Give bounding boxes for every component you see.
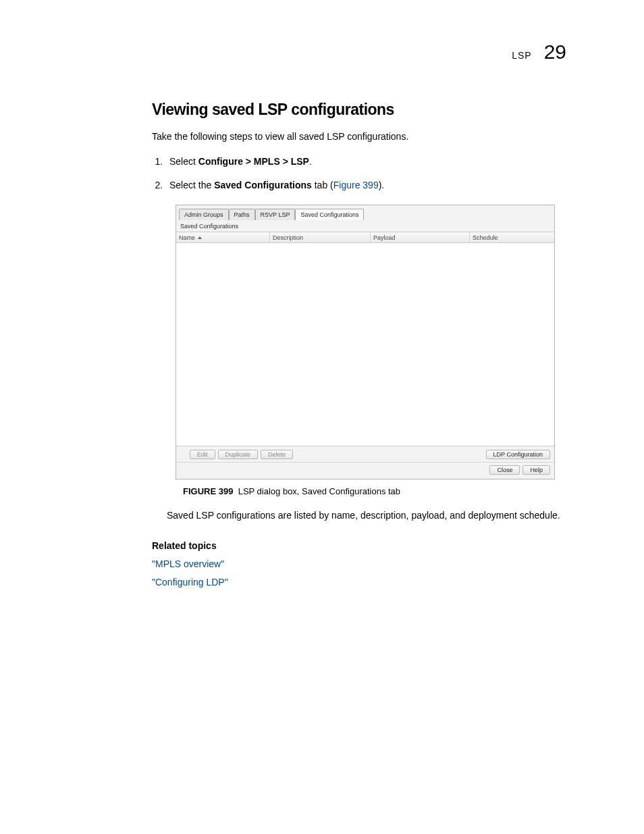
step1-bold: Configure > MPLS > LSP	[198, 156, 309, 167]
help-button[interactable]: Help	[522, 465, 550, 475]
tab-paths[interactable]: Paths	[229, 209, 255, 220]
column-header-schedule[interactable]: Schedule	[470, 232, 554, 242]
tab-saved-configurations[interactable]: Saved Configurations	[295, 209, 364, 220]
sort-asc-icon	[198, 236, 202, 239]
ldp-configuration-button[interactable]: LDP Configuration	[486, 450, 550, 459]
intro-text: Take the following steps to view all sav…	[152, 130, 566, 144]
step-2: Select the Saved Configurations tab (Fig…	[165, 178, 566, 192]
steps-list: Select Configure > MPLS > LSP. Select th…	[152, 155, 566, 192]
below-figure-text: Saved LSP configurations are listed by n…	[167, 509, 566, 523]
figure-ref-link[interactable]: Figure 399	[333, 180, 379, 190]
column-header-description[interactable]: Description	[270, 232, 371, 242]
dialog-action-row: Edit Duplicate Delete LDP Configuration	[176, 446, 554, 462]
section-title: Viewing saved LSP configurations	[152, 101, 566, 119]
page-header: LSP 29	[152, 41, 566, 63]
delete-button[interactable]: Delete	[261, 450, 293, 459]
column-header-name[interactable]: Name	[176, 232, 270, 242]
related-link-mpls-overview[interactable]: "MPLS overview"	[152, 557, 566, 571]
step1-prefix: Select	[169, 156, 198, 167]
column-header-payload[interactable]: Payload	[371, 232, 470, 242]
step2-suffix: ).	[379, 180, 385, 190]
grid-body-empty	[176, 243, 554, 446]
header-page-number: 29	[544, 41, 566, 63]
related-heading: Related topics	[152, 539, 566, 553]
figure-caption: FIGURE 399 LSP dialog box, Saved Configu…	[183, 486, 566, 496]
step2-prefix: Select the	[169, 180, 214, 190]
lsp-dialog: Admin Groups Paths RSVP LSP Saved Config…	[176, 205, 555, 479]
step2-bold: Saved Configurations	[214, 180, 312, 190]
panel-label: Saved Configurations	[176, 220, 554, 232]
tab-rsvp-lsp[interactable]: RSVP LSP	[255, 209, 296, 220]
duplicate-button[interactable]: Duplicate	[218, 450, 259, 459]
grid: Name Description Payload Schedule	[176, 232, 554, 446]
tab-bar: Admin Groups Paths RSVP LSP Saved Config…	[176, 205, 554, 220]
dialog-footer: Close Help	[176, 462, 554, 479]
related-topics: Related topics "MPLS overview" "Configur…	[152, 539, 566, 590]
edit-button[interactable]: Edit	[190, 450, 215, 459]
figure-label: FIGURE 399	[183, 486, 233, 496]
step1-suffix: .	[309, 156, 312, 167]
tab-admin-groups[interactable]: Admin Groups	[179, 209, 229, 220]
right-button-group: LDP Configuration	[486, 450, 550, 459]
header-section-label: LSP	[512, 50, 531, 61]
left-button-group: Edit Duplicate Delete	[190, 450, 293, 459]
step2-mid: tab (	[312, 180, 333, 190]
col-name-label: Name	[179, 234, 195, 241]
figure-caption-text: LSP dialog box, Saved Configurations tab	[238, 486, 400, 496]
close-button[interactable]: Close	[489, 465, 520, 475]
figure-399: Admin Groups Paths RSVP LSP Saved Config…	[176, 205, 554, 479]
step-1: Select Configure > MPLS > LSP.	[165, 155, 566, 169]
related-link-configuring-ldp[interactable]: "Configuring LDP"	[152, 575, 566, 590]
page: LSP 29 Viewing saved LSP configurations …	[0, 0, 644, 834]
grid-header: Name Description Payload Schedule	[176, 232, 554, 243]
